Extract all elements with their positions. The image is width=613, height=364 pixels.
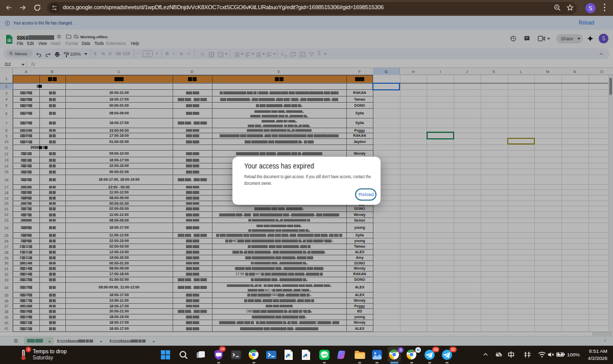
svg-text:LINE: LINE [321,353,328,356]
